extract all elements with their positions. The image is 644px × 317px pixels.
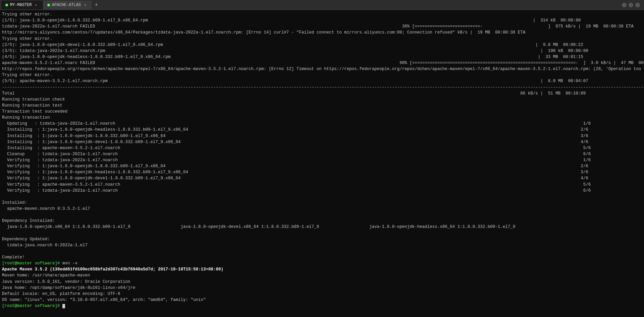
tab-2-dot [47, 4, 50, 6]
tab-2-label: APACHE-ATLAS [52, 3, 81, 7]
terminal-line-42: Apache Maven 3.5.2 (138edd61fd100ec658bf… [2, 266, 642, 272]
terminal-line-36 [2, 230, 642, 236]
terminal-line-4: Trying other mirror. [2, 36, 642, 42]
terminal-line-48: [root@master software]# [2, 303, 642, 309]
terminal-line-13: Total [2, 90, 642, 97]
terminal-line-16: Transaction test succeeded [2, 109, 642, 115]
terminal-line-44: Java version: 1.8.0_161, vendor: Oracle … [2, 279, 642, 285]
terminal-line-15: Running transaction test [2, 103, 642, 109]
terminal-line-41: [root@master software]# mvn -v [2, 260, 642, 266]
terminal-line-40: Complete! [2, 254, 642, 260]
terminal-line-20: Installing : 1:java-1.8.0-openjdk-1.8.0.… [2, 133, 642, 139]
terminal-line-12: ----------------------------------------… [2, 84, 642, 90]
tab-bar: MY-MASTER ✕ APACHE-ATLAS ✕ + [0, 0, 644, 10]
terminal-line-22: Installing : apache-maven-3.5.2-1.el7.no… [2, 145, 642, 151]
terminal-line-46: Default locale: en_US, platform encoding… [2, 291, 642, 297]
terminal-line-47: OS name: "linux", version: "3.10.0-957.e… [2, 297, 642, 303]
terminal-line-27: Verifying : 1:java-1.8.0-openjdk-devel-1… [2, 175, 642, 181]
terminal-line-17: Running transaction [2, 115, 642, 121]
terminal-line-39 [2, 248, 642, 254]
tab-1-label: MY-MASTER [10, 3, 32, 7]
terminal-line-6: (3/5): tzdata-java-2022a-1.el7.noarch.rp… [2, 48, 642, 54]
terminal-line-26: Verifying : 1:java-1.8.0-openjdk-headles… [2, 169, 642, 175]
terminal-line-30 [2, 194, 642, 200]
terminal-line-33 [2, 212, 642, 218]
terminal-line-29: Verifying : tzdata-java-2021a-1.el7.noar… [2, 188, 642, 194]
terminal-line-31: Installed: [2, 200, 642, 206]
terminal-line-2: tzdata-java-2022a-1.el7.noarch FAILED 36… [2, 23, 642, 29]
terminal-line-43: Maven home: /usr/share/apache-maven [2, 272, 642, 278]
terminal-line-24: Verifying : tzdata-java-2022a-1.el7.noar… [2, 157, 642, 163]
terminal-line-37: Dependency Updated: [2, 236, 642, 242]
terminal-line-19: Installing : 1:java-1.8.0-openjdk-headle… [2, 127, 642, 133]
terminal-line-18: Updating : tzdata-java-2022a-1.el7.noarc… [2, 121, 642, 127]
tab-1-close[interactable]: ✕ [34, 3, 39, 7]
terminal-line-5: (2/5): java-1.8.0-openjdk-devel-1.8.0.33… [2, 42, 642, 48]
terminal-line-38: tzdata-java.noarch 0:2022a-1.el7 [2, 242, 642, 248]
terminal-body[interactable]: Trying other mirror.(1/5): java-1.8.0-op… [0, 10, 644, 317]
terminal-line-28: Verifying : apache-maven-3.5.2-1.el7.noa… [2, 182, 642, 188]
window-controls [622, 3, 643, 7]
terminal-line-34: Dependency Installed: [2, 218, 642, 224]
terminal-line-35: java-1.8.0-openjdk.x86_64 1:1.8.0.332.b0… [2, 224, 642, 230]
terminal-line-1: (1/5): java-1.8.0-openjdk-1.8.0.332.b09-… [2, 17, 642, 23]
cursor [62, 304, 65, 308]
terminal-line-0: Trying other mirror. [2, 11, 642, 17]
tab-2-close[interactable]: ✕ [83, 3, 88, 7]
terminal-line-45: Java home: /opt/damp/software/jdk-8u161-… [2, 285, 642, 291]
terminal-line-3: http://mirrors.aliyuncs.com/centos/7/upd… [2, 29, 642, 36]
terminal-line-8: apache-maven-3.5.2-1.el7.noarc FAILED 90… [2, 60, 642, 66]
terminal-line-10: Trying other mirror. [2, 72, 642, 78]
tab-1-my-master[interactable]: MY-MASTER ✕ [1, 1, 43, 9]
terminal-line-11: (5/5): apache-maven-3.5.2-1.el7.noarch.r… [2, 78, 642, 84]
tab-2-apache-atlas[interactable]: APACHE-ATLAS ✕ [43, 1, 92, 9]
terminal-line-32: apache-maven.noarch 0:3.5.2-1.el7 [2, 206, 642, 212]
close-icon[interactable] [635, 3, 640, 7]
terminal-line-23: Cleanup : tzdata-java-2021a-1.el7.noarch [2, 151, 642, 157]
tab-add-button[interactable]: + [92, 1, 100, 9]
terminal-line-9: http://repos.fedorapeople.org/repos/dche… [2, 66, 642, 72]
terminal-line-21: Installing : 1:java-1.8.0-openjdk-devel-… [2, 139, 642, 145]
terminal-line-14: Running transaction check [2, 97, 642, 103]
minimize-icon[interactable] [622, 3, 627, 7]
terminal-line-7: (4/5): java-1.8.0-openjdk-headless-1.8.0… [2, 54, 642, 60]
maximize-icon[interactable] [629, 3, 633, 7]
tab-1-dot [5, 4, 8, 6]
terminal-line-25: Verifying : 1:java-1.8.0-openjdk-1.8.0.3… [2, 163, 642, 169]
